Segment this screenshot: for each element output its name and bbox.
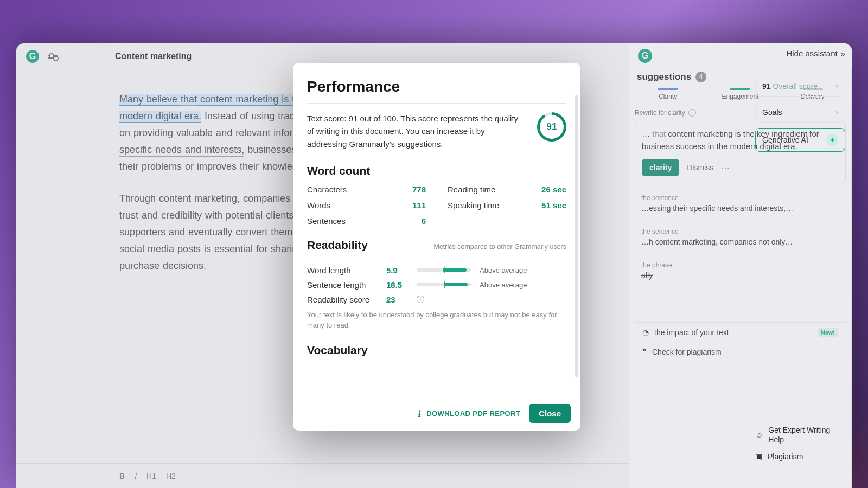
- assistant-logo-icon: G: [638, 49, 652, 63]
- download-icon: ⭳: [416, 409, 423, 418]
- stat-sentences: Sentences6: [307, 216, 426, 226]
- readability-note: Your text is likely to be understood by …: [307, 310, 566, 331]
- modal-title: Performance: [307, 78, 566, 95]
- performance-modal: Performance Text score: 91 out of 100. T…: [293, 63, 580, 431]
- grammarly-logo-icon: G: [26, 50, 39, 63]
- readability-score: Readability score 23 i: [307, 295, 566, 304]
- generative-ai-card[interactable]: Generative AI ✦: [755, 128, 845, 152]
- scrollbar[interactable]: [575, 95, 578, 377]
- chevrons-right-icon: »: [841, 49, 845, 58]
- score-ring: 91: [537, 112, 566, 142]
- download-pdf-button[interactable]: ⭳ DOWNLOAD PDF REPORT: [416, 409, 520, 418]
- layers-icon: ▣: [755, 452, 762, 461]
- stat-characters: Characters778: [307, 185, 426, 194]
- new-badge: New!: [818, 328, 838, 337]
- tab-clarity[interactable]: Clarity: [635, 88, 701, 100]
- stat-words: Words111: [307, 201, 426, 210]
- info-icon[interactable]: i: [417, 296, 424, 303]
- word-count-heading: Word count: [307, 164, 566, 177]
- stat-reading-time: Reading time26 sec: [448, 185, 566, 194]
- format-toolbar[interactable]: B I H1 H2: [16, 463, 629, 488]
- goals-card[interactable]: Goals ›: [755, 102, 845, 123]
- overall-score-card[interactable]: 91 Overall score ›: [755, 76, 845, 97]
- suggestion-card[interactable]: the phrase ally: [635, 256, 846, 285]
- stat-speaking-time: Speaking time51 sec: [448, 201, 566, 210]
- goals-icon[interactable]: [48, 55, 58, 59]
- plagiarism-link[interactable]: ❞ Check for plagiarism: [642, 348, 722, 356]
- score-description: Text score: 91 out of 100. This score re…: [307, 112, 526, 150]
- italic-button[interactable]: I: [135, 472, 137, 480]
- vocabulary-heading: Vocabulary: [307, 344, 566, 357]
- suggestions-count-badge: 4: [695, 72, 706, 82]
- document-title: Content marketing: [115, 52, 192, 61]
- readability-sentence-length: Sentence length 18.5 Above average: [307, 280, 566, 290]
- quote-icon: ❞: [642, 348, 647, 356]
- expert-help-link[interactable]: ☺ Get Expert Writing Help: [755, 425, 845, 445]
- dismiss-button[interactable]: Dismiss: [687, 163, 713, 172]
- suggestion-card[interactable]: the sentence …h content marketing, compa…: [635, 222, 846, 252]
- plagiarism-side-link[interactable]: ▣ Plagiarism: [755, 452, 845, 461]
- close-button[interactable]: Close: [529, 404, 571, 423]
- chevron-right-icon: ›: [835, 82, 838, 91]
- bold-button[interactable]: B: [119, 472, 125, 480]
- suggestions-heading: suggestions: [637, 72, 691, 82]
- h2-button[interactable]: H2: [166, 472, 176, 480]
- hide-assistant-button[interactable]: Hide assistant »: [786, 49, 845, 58]
- suggestion-card[interactable]: the sentence …essing their specific need…: [635, 189, 846, 218]
- readability-heading: Readability: [307, 239, 368, 252]
- impact-link[interactable]: ◔ the impact of your text: [642, 328, 729, 337]
- gauge-icon: ◔: [642, 328, 649, 337]
- readability-subtitle: Metrics compared to other Grammarly user…: [433, 243, 566, 251]
- chevron-right-icon: ›: [835, 108, 838, 117]
- rewrite-clarity-button[interactable]: clarity: [642, 159, 679, 176]
- person-icon: ☺: [755, 430, 763, 440]
- h1-button[interactable]: H1: [146, 472, 156, 480]
- lightbulb-icon: ✦: [826, 134, 838, 146]
- readability-word-length: Word length 5.9 Above average: [307, 266, 566, 275]
- more-icon[interactable]: ⋯: [721, 163, 731, 173]
- info-icon[interactable]: i: [688, 109, 696, 117]
